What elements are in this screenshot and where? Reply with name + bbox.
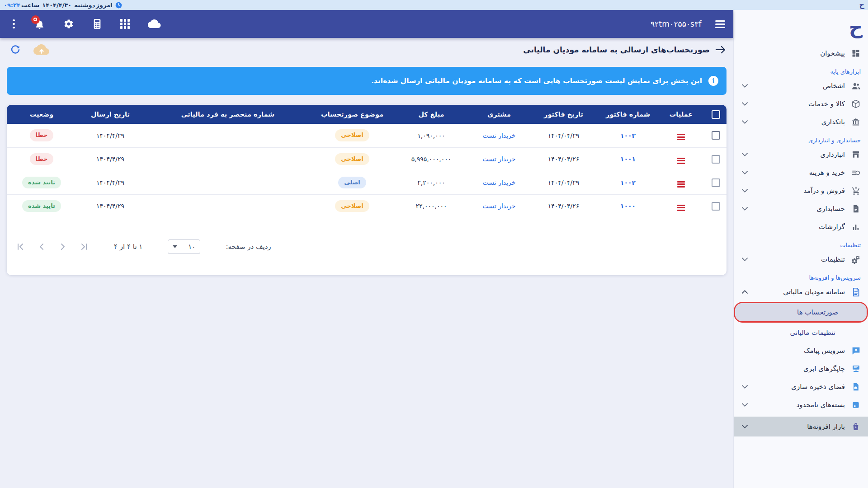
next-page-button[interactable] — [58, 242, 67, 251]
pagination-controls — [16, 242, 89, 251]
app-screen: ح امروزدوشنبه ۱۴۰۴/۴/۳۰ساعت۰۹:۲۴ ح پیشخو… — [0, 0, 868, 488]
row-checkbox[interactable] — [712, 155, 720, 164]
customer-link[interactable]: خریدار تست — [483, 202, 516, 210]
customer-link[interactable]: خریدار تست — [483, 179, 516, 186]
total-amount: ۵,۹۹۵,۰۰۰,۰۰۰ — [393, 147, 470, 171]
kebab-menu-icon[interactable] — [12, 19, 16, 30]
sidebar-item-dashboard[interactable]: پیشخوان — [734, 44, 868, 62]
row-checkbox[interactable] — [712, 131, 720, 140]
apps-grid-icon[interactable] — [120, 19, 130, 29]
col-send-date: تاریخ ارسال — [76, 105, 144, 124]
invoices-table: عملیات شماره فاکتور تاریخ فاکتور مشتری م… — [7, 105, 726, 218]
operations-menu-button[interactable] — [676, 203, 686, 212]
sidebar-item-accounting[interactable]: حسابداری — [734, 200, 868, 218]
back-arrow-icon[interactable] — [715, 45, 726, 54]
total-amount: ۲,۲۰۰,۰۰۰ — [393, 171, 470, 194]
chevron-down-icon — [742, 385, 748, 389]
row-checkbox[interactable] — [712, 202, 720, 211]
gear-icon[interactable] — [63, 19, 74, 29]
page-title: صورتحساب‌های ارسالی به سامانه مودیان مال… — [523, 45, 710, 54]
sidebar-item-addons-market[interactable]: بازار افزونه‌ها — [734, 417, 868, 436]
page-header-bar: صورتحساب‌های ارسالی به سامانه مودیان مال… — [0, 38, 733, 61]
sidebar-item-label: صورتحساب ها — [797, 308, 838, 316]
sidebar-item-warehousing[interactable]: انبارداری — [734, 145, 868, 164]
sidebar-item-label: بازار افزونه‌ها — [754, 422, 845, 431]
sidebar-item-tax-settings[interactable]: تنظیمات مالیاتی — [734, 324, 868, 342]
clock-icon — [115, 2, 122, 9]
last-page-button[interactable] — [80, 242, 89, 251]
chevron-down-icon — [742, 153, 748, 156]
sidebar-item-sms-service[interactable]: سرویس پیامک — [734, 342, 868, 360]
sidebar-item-label: خرید و هزینه — [754, 169, 845, 177]
shopping-bag-icon — [851, 422, 861, 432]
business-id: ۹۲tm۰۲۵۵۰s۳f — [651, 19, 702, 28]
info-banner: i این بخش برای نمایش لیست صورتحساب هایی … — [7, 67, 726, 95]
col-invoice-date: تاریخ فاکتور — [528, 105, 599, 124]
first-page-button[interactable] — [16, 242, 25, 251]
select-all-header — [705, 105, 726, 124]
subject-badge: اصلاحی — [335, 129, 369, 141]
sidebar-item-label: گزارشات — [742, 223, 845, 231]
page-actions-group — [10, 44, 50, 56]
col-total: مبلغ کل — [393, 105, 470, 124]
chevron-down-icon — [742, 207, 748, 211]
send-date: ۱۴۰۴/۴/۲۹ — [76, 194, 144, 218]
cloud-icon[interactable] — [148, 19, 161, 29]
chevron-down-icon — [742, 258, 748, 261]
select-all-checkbox[interactable] — [712, 110, 720, 119]
invoice-number-link[interactable]: ۱۰۰۳ — [620, 132, 636, 139]
col-invoice-no: شماره فاکتور — [599, 105, 657, 124]
sidebar-item-label: فضای ذخیره سازی — [754, 383, 845, 391]
sidebar-item-goods-services[interactable]: کالا و خدمات — [734, 95, 868, 113]
notifications-bell-icon[interactable] — [34, 19, 45, 30]
customer-link[interactable]: خریدار تست — [483, 132, 516, 139]
sidebar-item-label: بانکداری — [754, 118, 845, 126]
rows-per-page-select[interactable]: ۱۰ — [168, 239, 200, 254]
invoice-date: ۱۴۰۴/۰۴/۲۹ — [528, 124, 599, 147]
sidebar-item-cloud-printers[interactable]: چاپگرهای ابری — [734, 360, 868, 378]
sidebar-item-invoices-selected[interactable]: صورتحساب ها — [734, 302, 868, 323]
tax-document-icon — [851, 287, 861, 297]
table-row: ۱۰۰۳ ۱۴۰۴/۰۴/۲۹ خریدار تست ۱,۰۹۰,۰۰۰ اصل… — [7, 124, 726, 147]
sidebar-item-tax-moadian-system[interactable]: سامانه مودیان مالیاتی — [734, 283, 868, 301]
table-header-row: عملیات شماره فاکتور تاریخ فاکتور مشتری م… — [7, 105, 726, 124]
gears-icon — [851, 254, 861, 264]
refresh-icon[interactable] — [10, 44, 21, 55]
sidebar-item-purchase-expense[interactable]: خرید و هزینه — [734, 164, 868, 182]
sidebar-item-label: سرویس پیامک — [742, 347, 845, 355]
col-status: وضعیت — [7, 105, 76, 124]
customer-link[interactable]: خریدار تست — [483, 155, 516, 163]
invoice-number-link[interactable]: ۱۰۰۰ — [620, 202, 636, 210]
sidebar-item-label: اشخاص — [754, 82, 845, 90]
weekday: دوشنبه — [74, 2, 95, 9]
cloud-upload-icon[interactable] — [33, 44, 50, 56]
sidebar-item-banking[interactable]: بانکداری — [734, 113, 868, 131]
hamburger-menu-icon[interactable] — [715, 20, 725, 28]
sidebar-item-reports[interactable]: گزارشات — [734, 218, 868, 236]
chevron-down-icon — [742, 403, 748, 407]
previous-page-button[interactable] — [37, 242, 46, 251]
sidebar-item-settings[interactable]: تنظیمات — [734, 250, 868, 268]
sidebar-item-storage-space[interactable]: فضای ذخیره سازی — [734, 378, 868, 396]
row-checkbox[interactable] — [712, 178, 720, 187]
sidebar-item-unlimited-packages[interactable]: بسته‌های نامحدود — [734, 396, 868, 414]
table-row: ۱۰۰۲ ۱۴۰۴/۰۴/۲۹ خریدار تست ۲,۲۰۰,۰۰۰ اصل… — [7, 171, 726, 194]
invoice-date: ۱۴۰۴/۰۴/۲۶ — [528, 194, 599, 218]
sidebar-item-sales-income[interactable]: فروش و درآمد — [734, 182, 868, 200]
calculator-icon[interactable] — [92, 19, 102, 29]
top-navbar: ۹۲tm۰۲۵۵۰s۳f — [0, 10, 733, 38]
invoice-number-link[interactable]: ۱۰۰۱ — [620, 155, 636, 163]
sidebar-item-label: انبارداری — [754, 150, 845, 159]
sidebar-section-services-addons: سرویس‌ها و افزونه‌ها — [734, 268, 868, 283]
storage-file-icon — [851, 382, 861, 392]
invoice-number-link[interactable]: ۱۰۰۲ — [620, 179, 636, 186]
send-date: ۱۴۰۴/۴/۲۹ — [76, 171, 144, 194]
chevron-down-icon — [742, 84, 748, 88]
table-row: ۱۰۰۰ ۱۴۰۴/۰۴/۲۶ خریدار تست ۲۲,۰۰۰,۰۰۰ اص… — [7, 194, 726, 218]
status-badge: خطا — [30, 153, 54, 165]
today-label: امروز — [96, 2, 112, 9]
operations-menu-button[interactable] — [676, 156, 686, 165]
sidebar-item-persons[interactable]: اشخاص — [734, 77, 868, 95]
operations-menu-button[interactable] — [676, 180, 686, 189]
operations-menu-button[interactable] — [676, 132, 686, 141]
